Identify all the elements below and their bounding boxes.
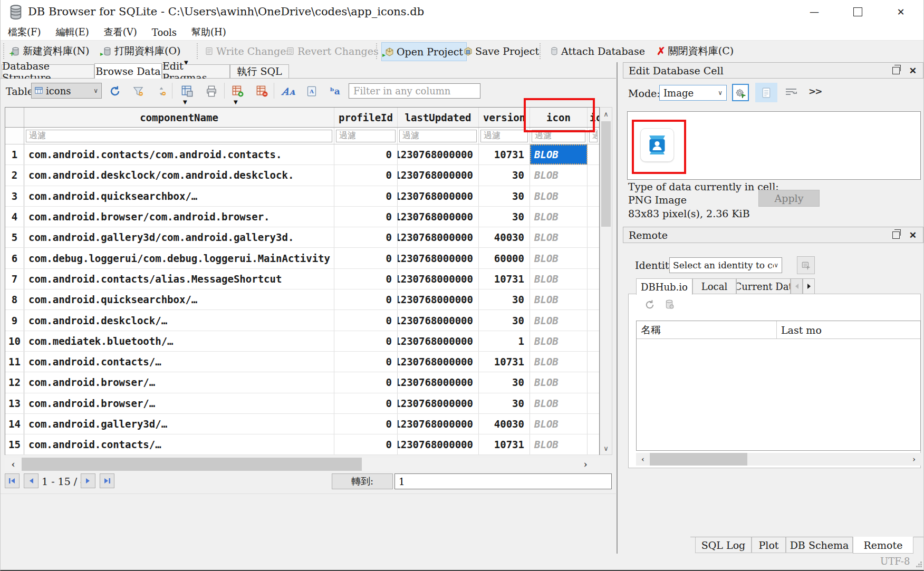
cell-componentName[interactable]: com.android.browser/… — [24, 393, 334, 413]
dock-tab-db-schema[interactable]: DB Schema — [786, 537, 853, 553]
column-header-profileId[interactable]: profileId — [334, 108, 398, 127]
scroll-left-icon[interactable]: ‹ — [636, 453, 650, 466]
cell-componentName[interactable]: com.android.gallery3d/… — [24, 414, 334, 434]
cell-version[interactable]: 40030 — [479, 227, 530, 247]
row-number[interactable]: 12 — [5, 372, 24, 392]
maximize-button[interactable] — [841, 0, 874, 23]
remote-column-last-modified[interactable]: Last mo — [777, 324, 920, 336]
dock-tab-plot[interactable]: Plot — [752, 537, 786, 553]
float-panel-icon[interactable] — [892, 67, 900, 74]
cell-componentName[interactable]: com.android.deskclock/com.android.deskcl… — [24, 165, 334, 185]
cell-version[interactable]: 30 — [479, 186, 530, 206]
cell-profileId[interactable]: 0 — [334, 414, 398, 434]
close-button[interactable]: ✕ — [884, 0, 917, 23]
cell-partial[interactable] — [588, 434, 599, 454]
cell-componentName[interactable]: com.mediatek.bluetooth/… — [24, 331, 334, 351]
row-number[interactable]: 7 — [5, 269, 24, 289]
encoding-status[interactable]: UTF-8 — [880, 556, 910, 567]
cell-partial[interactable] — [588, 144, 599, 164]
column-header-version[interactable]: version — [479, 108, 530, 127]
cell-icon-blob[interactable]: BLOB — [530, 227, 588, 247]
filter-input-version[interactable]: 過濾 — [479, 128, 530, 144]
cell-profileId[interactable]: 0 — [334, 186, 398, 206]
cell-icon-blob[interactable]: BLOB — [530, 331, 588, 351]
identity-select[interactable]: Select an identity to conne ∨ — [669, 257, 782, 273]
cell-version[interactable]: 1 — [479, 331, 530, 351]
word-wrap-button[interactable] — [784, 87, 798, 98]
insert-record-dropdown-caret[interactable]: ▼ — [234, 99, 238, 105]
cell-componentName[interactable]: com.android.gallery3d/com.android.galler… — [24, 227, 334, 247]
cell-componentName[interactable]: com.android.contacts/alias.MessageShortc… — [24, 269, 334, 289]
cell-lastUpdated[interactable]: 1230768000000 — [398, 186, 479, 206]
open-project-button[interactable]: ▸ Open Project — [381, 42, 467, 61]
cell-profileId[interactable]: 0 — [334, 165, 398, 185]
cell-lastUpdated[interactable]: 1230768000000 — [398, 331, 479, 351]
cell-icon-blob[interactable]: BLOB — [530, 144, 588, 164]
filter-funnel-button[interactable] — [131, 84, 146, 99]
row-number[interactable]: 8 — [5, 289, 24, 309]
row-number[interactable]: 11 — [5, 352, 24, 372]
cell-icon-blob[interactable]: BLOB — [530, 372, 588, 392]
tab-execute-sql[interactable]: 執行 SQL — [230, 64, 289, 78]
cell-profileId[interactable]: 0 — [334, 331, 398, 351]
remote-horizontal-scrollbar[interactable]: ‹ › — [636, 453, 921, 466]
refresh-icon[interactable] — [644, 299, 655, 312]
row-number[interactable]: 15 — [5, 434, 24, 454]
cell-lastUpdated[interactable]: 1230768000000 — [398, 248, 479, 268]
prev-page-button[interactable] — [24, 473, 38, 488]
cell-partial[interactable] — [588, 207, 599, 227]
cell-icon-blob[interactable]: BLOB — [530, 393, 588, 413]
write-changes-button[interactable]: Write Changes — [202, 42, 294, 60]
dock-splitter[interactable] — [617, 62, 618, 571]
menu-file[interactable]: 檔案(F) — [1, 25, 49, 40]
cell-icon-blob[interactable]: BLOB — [530, 434, 588, 454]
grid-hscroll-thumb[interactable] — [22, 458, 362, 471]
cell-lastUpdated[interactable]: 1230768000000 — [398, 434, 479, 454]
filter-input-lastUpdated[interactable]: 過濾 — [398, 128, 479, 144]
cell-icon-blob[interactable]: BLOB — [530, 289, 588, 309]
cell-lastUpdated[interactable]: 1230768000000 — [398, 269, 479, 289]
goto-record-button[interactable]: 轉到: — [332, 473, 393, 489]
cell-partial[interactable] — [588, 331, 599, 351]
font-format-button-3[interactable]: ᵇa — [328, 84, 342, 99]
mode-select[interactable]: Image ∨ — [659, 85, 727, 101]
cell-lastUpdated[interactable]: 1230768000000 — [398, 144, 479, 164]
attach-database-button[interactable]: Attach Database — [547, 42, 648, 60]
cell-icon-blob[interactable]: BLOB — [530, 207, 588, 227]
revert-changes-button[interactable]: Revert Changes — [283, 42, 382, 60]
print-button[interactable] — [204, 84, 219, 99]
panel-overflow-button[interactable]: >> — [808, 86, 822, 96]
dock-tab-remote[interactable]: Remote — [853, 537, 913, 554]
cell-version[interactable]: 30 — [479, 289, 530, 309]
row-number[interactable]: 2 — [5, 165, 24, 185]
cell-icon-blob[interactable]: BLOB — [530, 248, 588, 268]
row-number[interactable]: 1 — [5, 144, 24, 164]
dock-tab-sql-log[interactable]: SQL Log — [695, 537, 752, 553]
row-number[interactable]: 5 — [5, 227, 24, 247]
row-number[interactable]: 6 — [5, 248, 24, 268]
cell-version[interactable]: 10731 — [479, 352, 530, 372]
remote-tab-dbhub[interactable]: DBHub.io — [636, 278, 692, 295]
cell-componentName[interactable]: com.android.quicksearchbox/… — [24, 289, 334, 309]
last-page-button[interactable] — [100, 473, 114, 488]
cell-profileId[interactable]: 0 — [334, 269, 398, 289]
scroll-right-icon[interactable]: › — [577, 458, 594, 471]
cell-partial[interactable] — [588, 352, 599, 372]
float-panel-icon[interactable] — [892, 231, 900, 239]
grid-vertical-scrollbar[interactable]: ∧ ∨ — [600, 107, 612, 455]
tab-scroll-left-button[interactable] — [791, 278, 803, 294]
row-number[interactable]: 13 — [5, 393, 24, 413]
goto-record-input[interactable] — [394, 473, 612, 489]
text-document-button[interactable] — [755, 83, 777, 102]
clear-sort-button[interactable] — [154, 84, 169, 99]
cell-version[interactable]: 10731 — [479, 144, 530, 164]
cell-profileId[interactable]: 0 — [334, 248, 398, 268]
table-select[interactable]: icons ∨ — [31, 83, 102, 99]
cell-profileId[interactable]: 0 — [334, 144, 398, 164]
refresh-button[interactable] — [108, 84, 122, 99]
cell-icon-blob[interactable]: BLOB — [530, 414, 588, 434]
clone-database-icon[interactable] — [665, 299, 674, 311]
remote-hscroll-thumb[interactable] — [650, 453, 747, 466]
cell-partial[interactable] — [588, 372, 599, 392]
cell-lastUpdated[interactable]: 1230768000000 — [398, 414, 479, 434]
